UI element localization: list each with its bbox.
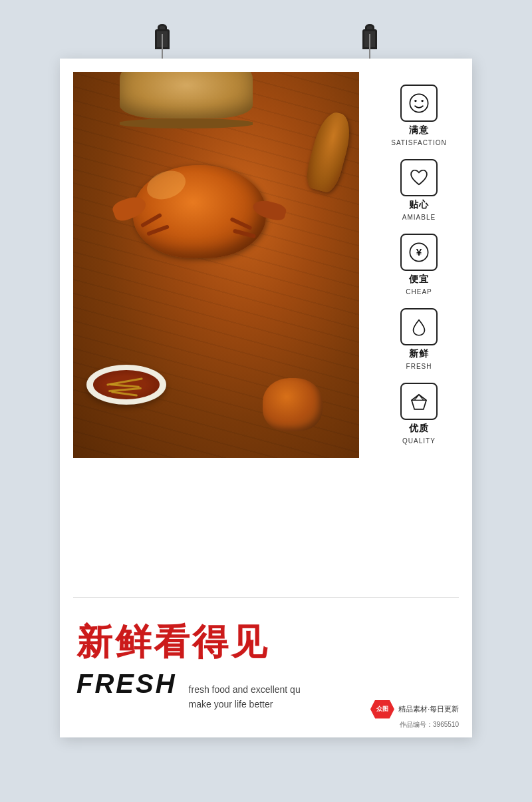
label-cn-amiable: 贴心 bbox=[409, 199, 429, 211]
label-en-cheap: CHEAP bbox=[406, 288, 432, 296]
label-cn-satisfaction: 满意 bbox=[409, 124, 429, 136]
label-cn-cheap: 便宜 bbox=[409, 274, 429, 286]
chinese-headline: 新鲜看得见 bbox=[76, 622, 456, 662]
fresh-word: FRESH bbox=[76, 669, 177, 699]
icon-item-fresh: 新鲜 FRESH bbox=[400, 308, 438, 370]
svg-point-2 bbox=[421, 100, 423, 102]
diamond-icon bbox=[408, 390, 430, 413]
sauce-bowl bbox=[86, 345, 166, 405]
main-food-image bbox=[73, 72, 359, 458]
svg-marker-5 bbox=[412, 395, 426, 409]
icon-box-heart bbox=[400, 159, 438, 196]
label-cn-fresh: 新鲜 bbox=[409, 348, 429, 360]
label-en-fresh: FRESH bbox=[406, 363, 432, 370]
clip-right bbox=[360, 24, 379, 56]
icon-box-diamond bbox=[400, 383, 438, 420]
icon-item-cheap: ¥ 便宜 CHEAP bbox=[400, 234, 438, 296]
label-cn-quality: 优质 bbox=[409, 423, 429, 435]
steamer-prop bbox=[120, 72, 253, 132]
clip-left bbox=[153, 24, 172, 56]
label-en-amiable: AMIABLE bbox=[402, 214, 436, 221]
poster-wrapper: 满意 SATISFACTION 贴心 AMIABLE ¥ bbox=[47, 52, 485, 751]
sidebar-icons: 满意 SATISFACTION 贴心 AMIABLE ¥ bbox=[379, 72, 459, 458]
yen-icon: ¥ bbox=[408, 241, 430, 264]
watermark-top: 众图 精品素材·每日更新 bbox=[370, 700, 459, 719]
icon-box-yen: ¥ bbox=[400, 234, 438, 271]
poster: 满意 SATISFACTION 贴心 AMIABLE ¥ bbox=[60, 59, 472, 737]
icon-item-satisfaction: 满意 SATISFACTION bbox=[391, 85, 447, 146]
watermark: 众图 精品素材·每日更新 作品编号：3965510 bbox=[370, 700, 459, 729]
svg-text:¥: ¥ bbox=[416, 246, 422, 258]
fresh-description: fresh food and excellent qu make your li… bbox=[189, 682, 301, 712]
heart-icon bbox=[408, 166, 430, 189]
label-en-satisfaction: SATISFACTION bbox=[391, 139, 447, 146]
icon-item-quality: 优质 QUALITY bbox=[400, 383, 438, 445]
main-crab bbox=[113, 152, 286, 272]
svg-point-0 bbox=[410, 94, 428, 112]
icon-item-amiable: 贴心 AMIABLE bbox=[400, 159, 438, 221]
icon-box-drop bbox=[400, 308, 438, 345]
watermark-logo-icon: 众图 bbox=[370, 700, 394, 719]
small-crab bbox=[253, 371, 332, 438]
svg-point-1 bbox=[414, 100, 416, 102]
label-en-quality: QUALITY bbox=[402, 437, 436, 445]
icon-box-smile bbox=[400, 85, 438, 122]
watermark-id: 作品编号：3965510 bbox=[400, 720, 459, 729]
watermark-site-text: 精品素材·每日更新 bbox=[398, 704, 459, 714]
smile-icon bbox=[408, 92, 430, 114]
drop-icon bbox=[408, 315, 430, 338]
